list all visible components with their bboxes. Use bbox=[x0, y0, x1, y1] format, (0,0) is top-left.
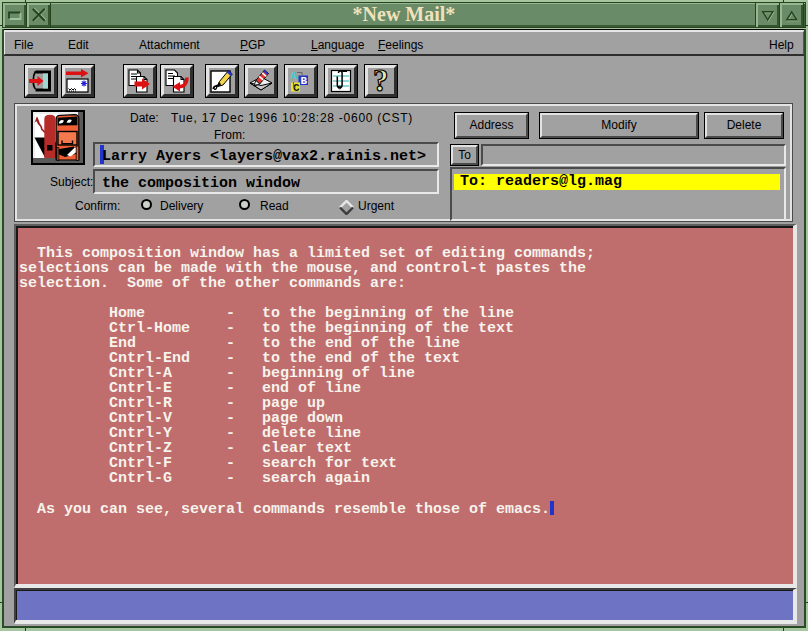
svg-text:C: C bbox=[293, 82, 300, 94]
svg-text:?: ? bbox=[373, 68, 389, 94]
svg-text:A: A bbox=[291, 70, 298, 82]
svg-text:B: B bbox=[301, 75, 308, 87]
